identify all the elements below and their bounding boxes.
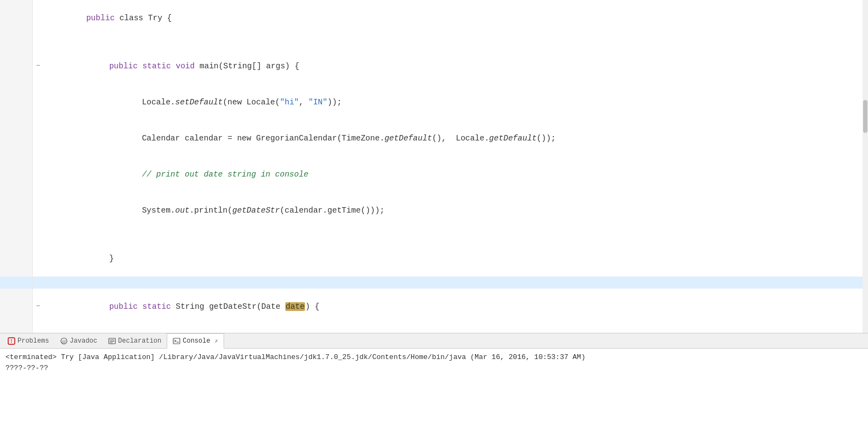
code-line: Locale.setDefault(new Locale("hi", "IN")… <box>0 84 868 120</box>
code-editor: public class Try { − public static void … <box>0 0 868 333</box>
console-tab-close[interactable]: ✗ <box>215 338 218 344</box>
code-line: SimpleDateFormat sdf = new SimpleDateFor… <box>0 325 868 333</box>
code-panel[interactable]: public class Try { − public static void … <box>0 0 868 333</box>
collapse-button <box>33 240 44 277</box>
line-content: public static String getDateStr(Date dat… <box>44 289 320 325</box>
console-output: <terminated> Try [Java Application] /Lib… <box>0 349 868 423</box>
line-number <box>0 156 33 192</box>
keyword: static <box>143 302 171 311</box>
tab-problems[interactable]: ! Problems <box>2 333 55 349</box>
code-token: getDateStr <box>232 206 280 215</box>
tab-javadoc-label: Javadoc <box>70 337 97 345</box>
string-literal: "IN" <box>308 98 327 107</box>
line-number <box>0 48 33 84</box>
code-token: Calendar calendar = new GregorianCalenda… <box>142 134 385 143</box>
keyword: void <box>175 62 195 70</box>
line-content <box>44 36 53 48</box>
code-token: String getDateStr(Date <box>171 302 285 311</box>
line-number <box>0 240 33 277</box>
problems-icon: ! <box>8 337 15 345</box>
line-content <box>44 277 53 289</box>
tab-console-label: Console <box>183 337 210 345</box>
line-number <box>0 277 33 289</box>
svg-text:!: ! <box>11 338 13 344</box>
collapse-button <box>33 84 44 120</box>
javadoc-icon: @ <box>60 337 68 345</box>
line-content: public class Try { <box>44 0 172 36</box>
string-literal: "hi" <box>280 98 299 107</box>
line-content <box>44 228 53 240</box>
code-token: getDefault <box>489 134 537 143</box>
line-number <box>0 289 33 325</box>
collapse-button <box>33 277 44 289</box>
line-content: Locale.setDefault(new Locale("hi", "IN")… <box>44 84 342 120</box>
vertical-scrollbar[interactable] <box>863 0 868 333</box>
collapse-button <box>33 325 44 333</box>
console-line-1: <terminated> Try [Java Application] /Lib… <box>5 352 863 363</box>
keyword: public <box>86 14 115 22</box>
declaration-icon <box>108 337 116 345</box>
keyword: public <box>109 302 138 311</box>
code-token: main(String[] args) { <box>195 62 299 70</box>
tab-javadoc[interactable]: @ Javadoc <box>55 333 103 349</box>
line-number <box>0 325 33 333</box>
code-token: out <box>175 206 190 215</box>
line-number <box>0 84 33 120</box>
collapse-button[interactable]: − <box>33 48 44 84</box>
tab-problems-label: Problems <box>17 337 49 345</box>
code-line <box>0 36 868 48</box>
code-token: getDefault <box>384 134 432 143</box>
tabs-bar: ! Problems @ Javadoc <box>0 333 868 349</box>
code-line: System.out.println(getDateStr(calendar.g… <box>0 192 868 228</box>
code-line: // print out date string in console <box>0 156 868 192</box>
line-number <box>0 192 33 228</box>
line-number <box>0 0 33 36</box>
collapse-button <box>33 36 44 48</box>
code-line-highlighted <box>0 277 868 289</box>
line-content: System.out.println(getDateStr(calendar.g… <box>44 192 384 228</box>
collapse-button <box>33 192 44 228</box>
scrollbar-thumb[interactable] <box>863 100 867 133</box>
code-token: ()); <box>537 134 556 143</box>
line-content: public static void main(String[] args) { <box>44 48 300 84</box>
code-token: )); <box>327 98 342 107</box>
code-token: , <box>299 98 308 107</box>
code-token: System. <box>142 206 175 215</box>
keyword: static <box>143 62 171 70</box>
collapse-button <box>33 228 44 240</box>
code-line <box>0 228 868 240</box>
code-token: setDefault <box>175 98 223 107</box>
code-token: ) { <box>305 302 319 311</box>
line-number <box>0 120 33 156</box>
code-line: public class Try { <box>0 0 868 36</box>
code-line: − public static String getDateStr(Date d… <box>0 289 868 325</box>
code-token: .println( <box>190 206 232 215</box>
line-number <box>0 228 33 240</box>
svg-text:@: @ <box>62 339 66 344</box>
line-content: } <box>44 240 114 277</box>
code-token: class Try { <box>115 14 172 22</box>
code-line: } <box>0 240 868 277</box>
comment-token: // print out date string in console <box>142 170 309 179</box>
line-content: Calendar calendar = new GregorianCalenda… <box>44 120 556 156</box>
collapse-button[interactable] <box>33 0 44 36</box>
console-icon <box>173 337 180 345</box>
bottom-panel: ! Problems @ Javadoc <box>0 333 868 423</box>
line-content: SimpleDateFormat sdf = new SimpleDateFor… <box>44 325 423 333</box>
code-token: (calendar.getTime())); <box>280 206 384 215</box>
collapse-button[interactable]: − <box>33 289 44 325</box>
code-token <box>138 302 143 311</box>
code-line: − public static void main(String[] args)… <box>0 48 868 84</box>
code-token: (new Locale( <box>223 98 280 107</box>
code-token: (), Locale. <box>432 134 489 143</box>
tab-console[interactable]: Console ✗ <box>167 333 224 349</box>
code-token: Locale. <box>142 98 175 107</box>
line-content: // print out date string in console <box>44 156 308 192</box>
code-token: } <box>109 254 114 263</box>
tab-declaration-label: Declaration <box>118 337 161 345</box>
tab-declaration[interactable]: Declaration <box>103 333 167 349</box>
collapse-button <box>33 156 44 192</box>
console-line-2: ????-??-?? <box>5 363 863 374</box>
code-line: Calendar calendar = new GregorianCalenda… <box>0 120 868 156</box>
highlighted-word: date <box>285 302 306 311</box>
